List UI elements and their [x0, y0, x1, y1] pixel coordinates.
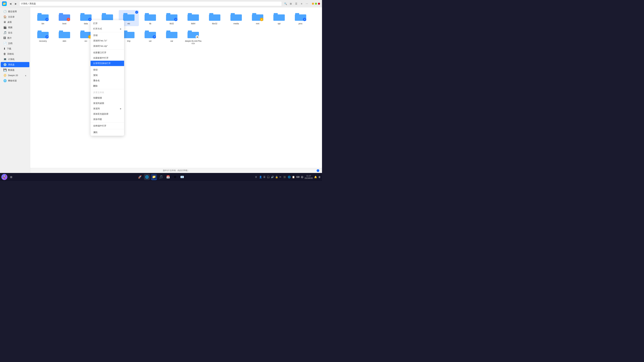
file-name-libx32: libx32	[212, 22, 217, 25]
sidebar-item-downloads[interactable]: ⬇下载	[1, 46, 29, 51]
sidebar-item-deepin20[interactable]: 📀Deepin 20▲	[1, 73, 29, 78]
badge-share-lib32: ↗	[174, 18, 178, 21]
cm-item-open-new-tab[interactable]: 在新标签中打开	[90, 55, 124, 61]
taskbar-pencil[interactable]: ✏	[280, 176, 282, 178]
file-item-lib[interactable]: lib	[140, 10, 160, 26]
cm-item-send-to[interactable]: 发送到▶	[90, 106, 124, 111]
status-text: 选中1个文件夹（包含235项）	[163, 169, 190, 172]
cm-item-create-link[interactable]: 创建链接	[90, 95, 124, 100]
taskbar-app-filemanager[interactable]: 📁	[151, 174, 157, 180]
cm-item-open[interactable]: 打开	[90, 21, 124, 26]
sidebar-item-desktop[interactable]: 🖥桌面	[1, 19, 29, 25]
file-item-lib32[interactable]: ↗lib32	[162, 10, 182, 26]
taskbar-terminal[interactable]: ⬛	[283, 176, 286, 178]
cm-item-rename[interactable]: 重命名	[90, 78, 124, 83]
minimize-button[interactable]	[312, 3, 314, 5]
taskbar-app-browser[interactable]: 🌐	[144, 174, 150, 180]
cm-item-open-terminal[interactable]: 在终端中打开	[90, 123, 124, 129]
sidebar-item-video[interactable]: 🎬视频	[1, 25, 29, 30]
cm-item-bookmark[interactable]: 添加书签	[90, 117, 124, 122]
file-name-srv: srv	[84, 40, 87, 42]
more-button[interactable]: ⋯	[304, 1, 309, 6]
file-item-deepin-fix-init-PSav1o[interactable]: 🦋deepin-fix-init-PSav1o	[183, 27, 203, 46]
cm-item-open-with[interactable]: 打开方式▶	[90, 26, 124, 31]
taskbar-clipboard[interactable]: 📋	[292, 176, 295, 178]
file-item-usr[interactable]: ↗usr	[140, 27, 160, 46]
cm-item-add-7z[interactable]: 添加到"etc.7z"	[90, 38, 124, 43]
sidebar-item-computer[interactable]: 💻计算机	[1, 57, 29, 62]
close-button[interactable]	[318, 3, 320, 5]
cm-arrow-open-with: ▶	[120, 28, 122, 30]
file-item-boot[interactable]: 🔒boot	[54, 10, 74, 26]
detail-view-button[interactable]: ≡	[299, 1, 304, 6]
cm-item-add-disc[interactable]: 添加至光盘刻录	[90, 111, 124, 117]
sidebar-icon-computer: 💻	[3, 58, 7, 61]
taskbar-power[interactable]: ⏻	[301, 176, 303, 178]
svg-rect-29	[59, 32, 70, 38]
taskbar-keyboard[interactable]: ⌨	[296, 176, 300, 178]
sidebar-item-recent[interactable]: 🕐最近使用	[1, 9, 29, 14]
taskbar-notification[interactable]: 🔔	[314, 176, 317, 178]
icon-view-button[interactable]: ⊞	[288, 1, 293, 6]
cm-item-add-zip[interactable]: 添加到"etc.zip"	[90, 43, 124, 49]
forward-button[interactable]: ▶	[14, 1, 18, 6]
file-manager-window: 📁 ◀ ▶ 计算机 / 系统盘 🔍 ⊞ ☰ ≡ ⋯	[0, 0, 322, 173]
file-name-tmp: tmp	[127, 40, 130, 42]
sidebar-item-network[interactable]: 🌐网络邻居	[1, 78, 29, 83]
sidebar-item-pictures[interactable]: 🖼图片	[1, 35, 29, 40]
taskbar-app-email[interactable]: 📧	[179, 174, 185, 180]
sidebar-item-home[interactable]: 🏠主目录	[1, 14, 29, 19]
taskbar-trash[interactable]: 🗑	[318, 176, 321, 178]
taskbar-volume[interactable]: 🔊	[271, 176, 274, 178]
sidebar-item-music[interactable]: 🎵音乐	[1, 30, 29, 35]
sidebar-label-system: 系统盘	[8, 63, 14, 66]
taskbar-app-settings[interactable]: ⚙	[172, 174, 178, 180]
taskbar-app-deepin[interactable]: 🚀	[137, 174, 143, 180]
taskbar-clock[interactable]: 11:17 2023/8/30	[304, 175, 313, 179]
back-button[interactable]: ◀	[8, 1, 13, 6]
taskbar-network[interactable]: 🌐	[288, 176, 291, 178]
sidebar-item-system[interactable]: 💿系统盘	[1, 62, 29, 67]
cm-item-open-as-admin[interactable]: 以管理员身份打开	[90, 61, 124, 66]
file-item-media[interactable]: media	[226, 10, 246, 26]
file-item-proc[interactable]: ↗proc	[290, 10, 310, 26]
cm-item-send-to-desktop[interactable]: 发送到桌面	[90, 100, 124, 106]
folder-icon-tmp	[123, 29, 135, 39]
multitask-button[interactable]: ⊞	[8, 174, 14, 180]
sidebar-icon-video: 🎬	[3, 26, 7, 29]
file-item-opt[interactable]: opt	[269, 10, 289, 26]
file-item-sbin[interactable]: sbin	[54, 27, 74, 46]
taskbar-app-music[interactable]: 🎵	[158, 174, 164, 180]
cm-item-delete[interactable]: 删除	[90, 83, 124, 89]
sidebar-item-trash[interactable]: 🗑回收站	[1, 51, 29, 56]
file-item-recovery[interactable]: ↗recovery	[33, 27, 53, 46]
maximize-button[interactable]	[315, 3, 317, 5]
file-item-var[interactable]: var	[162, 27, 182, 46]
taskbar-app-calendar[interactable]: 📅	[165, 174, 171, 180]
taskbar-vpn[interactable]: 🔒	[275, 176, 278, 178]
zoom-slider[interactable]	[317, 169, 319, 172]
cm-item-open-new-window[interactable]: 在新窗口打开	[90, 50, 124, 55]
file-item-bin[interactable]: ↗bin	[33, 10, 53, 26]
eject-button-deepin20[interactable]: ▲	[25, 74, 27, 77]
sidebar-icon-music: 🎵	[3, 31, 7, 34]
cm-item-copy[interactable]: 复制	[90, 72, 124, 78]
cm-item-properties[interactable]: 属性	[90, 130, 124, 135]
file-item-mnt[interactable]: ⭐mnt	[248, 10, 268, 26]
cm-item-compress[interactable]: 压缩	[90, 33, 124, 38]
cm-item-cut[interactable]: 剪切	[90, 67, 124, 72]
list-view-button[interactable]: ☰	[294, 1, 298, 6]
folder-icon-etc	[123, 11, 135, 21]
search-button[interactable]: 🔍	[283, 1, 288, 6]
breadcrumb[interactable]: 计算机 / 系统盘	[20, 1, 282, 6]
launcher-button[interactable]: 🚀	[1, 174, 8, 180]
taskbar-input-method[interactable]: 文	[254, 175, 258, 179]
folder-icon-mnt: ⭐	[252, 11, 264, 21]
file-item-libx32[interactable]: libx32	[204, 10, 225, 26]
sidebar-item-data[interactable]: 💾数据盘	[1, 67, 29, 72]
taskbar-user[interactable]: 👤	[259, 176, 262, 178]
taskbar-bluetooth[interactable]: 🎧	[267, 176, 270, 178]
sidebar-item-docs[interactable]: 📄文档	[1, 41, 29, 46]
taskbar-menu[interactable]: ☰	[263, 176, 266, 178]
file-item-lib64[interactable]: lib64	[183, 10, 203, 26]
